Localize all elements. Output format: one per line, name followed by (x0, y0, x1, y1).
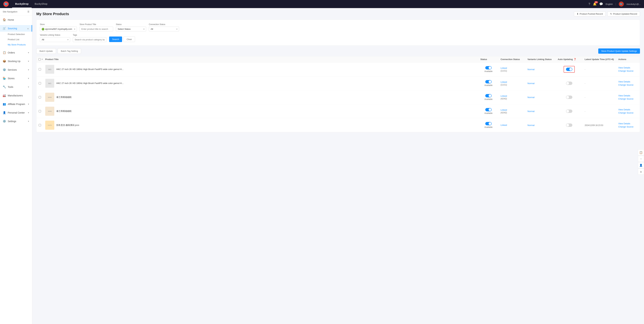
sidebar: Site Navigation ☰ 🏠 Home 🛒 Sourcing ▲ Pr… (0, 8, 32, 324)
main-layout: Site Navigation ☰ 🏠 Home 🛒 Sourcing ▲ Pr… (0, 8, 644, 324)
row5-view-details-link[interactable]: View Details (618, 122, 638, 125)
row4-auto-toggle[interactable] (566, 110, 572, 113)
sidebar-item-services[interactable]: ⚙️ Services ▼ (0, 67, 32, 73)
status-select[interactable]: Select Status Available Draft Archived (116, 27, 146, 32)
row1-auto-toggle[interactable] (566, 68, 572, 71)
sidebar-sub-product-list[interactable]: Product List (0, 37, 32, 42)
stocking-icon: 📦 (3, 60, 6, 63)
nav-tab-buckyshop[interactable]: BuckyShop (32, 0, 50, 8)
quick-settings-button[interactable]: Store Product Quick Update Settings (598, 49, 640, 54)
row5-auto-toggle[interactable] (566, 124, 572, 127)
float-copy-icon[interactable]: 📋 (638, 149, 644, 155)
row3-checkbox[interactable] (39, 96, 41, 98)
row2-status-label: Available (484, 84, 492, 87)
row3-auto-toggle-cell (556, 96, 583, 99)
row1-linked-text[interactable]: Linked (500, 67, 524, 69)
row1-status-toggle[interactable] (485, 66, 492, 70)
search-button[interactable]: Search (109, 37, 122, 42)
row5-checkbox[interactable] (39, 124, 41, 126)
row2-product-cell: IMG HKC 27 inch 2K HD 180Hz High Brush F… (43, 79, 478, 88)
conn-status-select[interactable]: All Linked Unlinked (149, 27, 179, 32)
sidebar-section-stocking: 📦 Stocking Up ▼ (0, 57, 32, 66)
product-pushed-record-button[interactable]: ⬇ Product Pushed Record (574, 12, 606, 16)
sidebar-label-affiliate: Affiliate Program (8, 103, 25, 106)
row2-status-toggle[interactable] (485, 80, 492, 83)
user-avatar[interactable]: 🐦 (619, 2, 624, 7)
row3-auto-toggle[interactable] (566, 96, 572, 99)
sidebar-section-home: 🏠 Home (0, 16, 32, 24)
sidebar-sub-my-store-products[interactable]: My Store Products (0, 42, 32, 47)
float-person-icon[interactable]: 👤 (638, 162, 644, 168)
sidebar-sub-product-selection[interactable]: Product Selection (0, 32, 32, 37)
col-variants-linking: Variants Linking Status (526, 58, 556, 61)
sidebar-item-home[interactable]: 🏠 Home (0, 17, 32, 23)
row2-auto-toggle[interactable] (566, 82, 572, 85)
row1-checkbox[interactable] (39, 68, 41, 71)
username-label[interactable]: mocduby1@... (626, 3, 641, 6)
row2-checkbox[interactable] (39, 82, 41, 85)
sidebar-label-tools: Tools (8, 86, 13, 88)
header-actions: ⬇ Product Pushed Record ↻ Product Update… (574, 12, 640, 16)
float-circle-icon[interactable]: ○ (638, 156, 644, 162)
batch-update-button[interactable]: Batch Update (36, 48, 56, 54)
scroll-to-top-button[interactable]: ▲ (638, 169, 644, 175)
row2-change-source-link[interactable]: Change Source (618, 84, 638, 86)
sidebar-item-sourcing[interactable]: 🛒 Sourcing ▲ (0, 25, 32, 32)
sidebar-label-stocking: Stocking Up (8, 60, 20, 63)
sidebar-item-stores[interactable]: 🏪 Stores ▼ (0, 75, 32, 82)
row2-view-details-link[interactable]: View Details (618, 80, 638, 83)
row4-checkbox[interactable] (39, 110, 41, 112)
language-selector[interactable]: English (606, 3, 613, 6)
row5-change-source-link[interactable]: Change Source (618, 126, 638, 128)
chat-icon[interactable]: 💬 (599, 2, 603, 6)
row1-view-details-link[interactable]: View Details (618, 67, 638, 69)
page-header: My Store Products ⬇ Product Pushed Recor… (36, 12, 640, 16)
logo-area: 🐦 (3, 1, 9, 7)
row1-update-time: - (585, 68, 585, 71)
help-icon[interactable]: ? (588, 2, 590, 6)
row1-change-source-link[interactable]: Change Source (618, 70, 638, 72)
select-all-checkbox[interactable] (38, 58, 41, 61)
row5-status-toggle[interactable] (485, 122, 492, 125)
row3-change-source-link[interactable]: Change Source (618, 98, 638, 100)
row3-status-toggle[interactable] (485, 94, 492, 97)
auto-updating-help-icon[interactable]: ❓ (574, 58, 576, 61)
row5-linked-text[interactable]: Linked (500, 124, 524, 126)
row1-connection-cell: Linked (11/11) (498, 67, 526, 72)
row2-status: Available (480, 80, 496, 87)
row5-update-time: 2024/12/09 18:23:53 (585, 124, 603, 127)
sidebar-item-affiliate[interactable]: 👥 Affiliate Program ▼ (0, 101, 32, 107)
nav-tab-buckydrop[interactable]: BuckyDrop (12, 0, 32, 8)
tags-input[interactable] (73, 37, 106, 42)
row4-view-details-link[interactable]: View Details (618, 108, 638, 111)
products-table: ▼ Product Title Status Connection Status… (36, 56, 640, 132)
row4-linked-text[interactable]: Linked (500, 109, 524, 111)
title-input[interactable] (80, 27, 113, 32)
clear-button[interactable]: Clear (124, 37, 135, 42)
notification-icon[interactable]: 🔔99 (593, 2, 596, 6)
row4-product-cell: SHOE 泰兰蒂斯稳稳鞋 (43, 107, 478, 116)
row1-linked-count: (11/11) (500, 70, 524, 72)
row3-view-details-link[interactable]: View Details (618, 94, 638, 97)
row4-change-source-link[interactable]: Change Source (618, 112, 638, 114)
sidebar-item-tools[interactable]: 🔧 Tools ▼ (0, 84, 32, 90)
variant-select[interactable]: All Normal Abnormal (40, 37, 70, 42)
product-updated-record-button[interactable]: ↻ Product Updated Record (607, 12, 640, 16)
sidebar-item-orders[interactable]: 📋 Orders ▼ (0, 49, 32, 56)
store-select[interactable]: wjcmmw567.myshopify.com (40, 27, 77, 32)
table-row: IMG HKC 27 inch 2K HD 180Hz High Brush F… (36, 76, 640, 90)
sidebar-item-stocking[interactable]: 📦 Stocking Up ▼ (0, 58, 32, 65)
row3-linked-text[interactable]: Linked (500, 95, 524, 97)
col-status: Status (478, 58, 498, 61)
hamburger-icon[interactable]: ☰ (28, 11, 30, 13)
sidebar-label-services: Services (8, 69, 17, 71)
row2-linked-text[interactable]: Linked (500, 81, 524, 83)
batch-tag-setting-button[interactable]: Batch Tag Setting (58, 48, 81, 54)
row4-status: Available (480, 108, 496, 114)
row4-status-toggle[interactable] (485, 108, 492, 111)
sidebar-item-personal[interactable]: 👤 Personal Center ▼ (0, 109, 32, 116)
sidebar-item-settings[interactable]: ⚙️ Settings ▼ (0, 118, 32, 125)
sidebar-item-manufacturers[interactable]: 🏭 Manufacturers (0, 92, 32, 99)
tags-filter-field: Tags (73, 34, 106, 42)
row5-update-time-cell: 2024/12/09 18:23:53 (583, 124, 616, 127)
